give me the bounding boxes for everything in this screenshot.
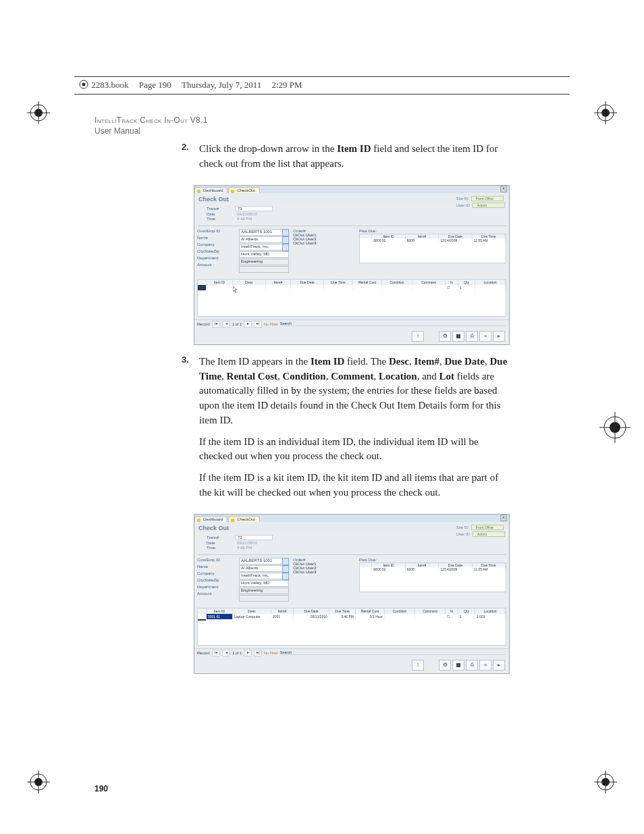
body-column: 2. Click the drop-down arrow in the Item… xyxy=(199,142,583,673)
cust-emp-id-field[interactable]: AALBERTS 1001 xyxy=(239,229,289,236)
chevron-down-icon[interactable] xyxy=(282,244,289,251)
nav-prev-button[interactable]: ◂ xyxy=(222,650,230,656)
checkout-grid[interactable]: Item ID Desc Item# Due Date Due Time Ren… xyxy=(197,279,506,317)
time-field: 4:46 PM xyxy=(235,546,271,550)
site-user-block: Site IDFront Office User IDAdmin xyxy=(456,525,505,538)
print-button[interactable]: ⎙ xyxy=(466,331,478,342)
search-field[interactable]: Search xyxy=(280,650,506,655)
account-field xyxy=(239,266,289,273)
cursor-icon xyxy=(233,286,238,293)
nav-first-button[interactable]: |◂ xyxy=(212,650,220,656)
page-number: 190 xyxy=(95,784,108,793)
step-number: 3. xyxy=(182,355,196,365)
date-field: 03/21/2010 xyxy=(235,212,271,216)
no-filter-label: No Filter xyxy=(264,322,278,326)
account-field xyxy=(239,595,289,602)
pdf-date: Thursday, July 7, 2011 xyxy=(182,80,261,90)
chevron-down-icon[interactable] xyxy=(282,229,289,236)
past-due-panel: Past Due: Item ID Item# Due Date Due Tim… xyxy=(359,558,506,602)
time-field: 4:43 PM xyxy=(235,217,271,221)
past-due-grid[interactable]: Item ID Item# Due Date Due Time 6800 02 … xyxy=(359,234,506,263)
department-field: Engineering xyxy=(239,588,289,594)
screenshot-2: Dashboard CheckOut × Check Out Site IDFr… xyxy=(194,514,583,674)
table-row[interactable]: 5001 01 Laptop Computer 2001 03/21/2010 … xyxy=(198,614,506,619)
orders-list[interactable]: Order# CkOut User1 CkOut User2 CkOut Use… xyxy=(293,558,355,602)
tab-checkout[interactable]: CheckOut xyxy=(228,516,260,522)
nav-last-button[interactable]: ▸| xyxy=(254,321,262,328)
settings-button[interactable]: ⚙ xyxy=(439,331,451,342)
product-title: IntelliTrack Check In-Out V8.1 xyxy=(95,115,208,125)
chevron-down-icon[interactable] xyxy=(282,236,289,244)
chevron-down-icon[interactable] xyxy=(282,573,289,580)
pdf-time: 2:29 PM xyxy=(271,80,302,90)
chevron-down-icon[interactable] xyxy=(282,565,289,573)
nav-next-button[interactable]: ▸ xyxy=(244,650,252,656)
record-navigator[interactable]: Record: |◂ ◂ 1 of 1 ▸ ▸| No Filter Searc… xyxy=(194,319,509,328)
past-due-grid[interactable]: Item ID Item# Due Date Due Time 6800 02 … xyxy=(359,563,506,592)
step-number: 2. xyxy=(182,142,196,152)
alert-button[interactable]: ! xyxy=(412,331,424,342)
print-button[interactable]: ⎙ xyxy=(466,660,478,671)
process-button[interactable]: ▸ xyxy=(493,331,505,342)
svg-point-21 xyxy=(82,83,86,86)
user-id-field[interactable]: Admin xyxy=(473,531,505,537)
manual-page: 2283.book Page 190 Thursday, July 7, 201… xyxy=(0,0,644,834)
name-field[interactable]: Al Alberts xyxy=(239,236,289,243)
chevron-down-icon[interactable] xyxy=(282,558,289,565)
checkout-grid[interactable]: Item ID Desc Item# Due Date Due Time Ren… xyxy=(197,608,506,646)
user-id-field[interactable]: Admin xyxy=(473,203,505,208)
company-field[interactable]: IntelliTrack, Inc. xyxy=(239,573,289,579)
close-icon[interactable]: × xyxy=(500,515,507,521)
past-due-panel: Past Due: Item ID Item# Due Date Due Tim… xyxy=(359,229,506,273)
orders-list[interactable]: Order# CkOut User1 CkOut User2 CkOut Use… xyxy=(293,229,355,273)
tab-dashboard[interactable]: Dashboard xyxy=(194,516,227,522)
search-field[interactable]: Search xyxy=(280,321,506,326)
screenshot-1: Dashboard CheckOut × Check Out Site IDFr… xyxy=(194,185,583,345)
process-button[interactable]: ▸ xyxy=(493,660,505,671)
close-icon[interactable]: × xyxy=(500,186,507,192)
settings-button[interactable]: ⚙ xyxy=(439,660,451,671)
name-field[interactable]: Al Alberts xyxy=(239,565,289,572)
date-field: 03/21/2010 xyxy=(235,541,271,545)
stop-button[interactable] xyxy=(452,331,464,342)
site-user-block: Site IDFront Office User IDAdmin xyxy=(456,196,505,209)
department-field: Engineering xyxy=(239,259,289,265)
pdf-header-bar: 2283.book Page 190 Thursday, July 7, 201… xyxy=(74,76,570,95)
tab-dashboard[interactable]: Dashboard xyxy=(194,187,227,193)
nav-first-button[interactable]: |◂ xyxy=(212,321,220,328)
cust-emp-id-field[interactable]: AALBERTS 1001 xyxy=(239,558,289,565)
field-labels: Cust/Emp ID Name Company CityStateZip De… xyxy=(197,229,235,273)
nav-next-button[interactable]: ▸ xyxy=(244,321,252,328)
toolbar: ! ⚙ ⎙ × ▸ xyxy=(194,657,509,673)
nav-last-button[interactable]: ▸| xyxy=(254,650,262,656)
tab-checkout[interactable]: CheckOut xyxy=(228,187,260,193)
trans-field[interactable]: 73 xyxy=(235,535,273,540)
doc-subtitle: User Manual xyxy=(95,126,140,136)
nav-prev-button[interactable]: ◂ xyxy=(222,321,230,328)
running-head: IntelliTrack Check In-Out V8.1 User Manu… xyxy=(95,115,583,136)
company-field[interactable]: IntelliTrack, Inc. xyxy=(239,244,289,251)
city-state-zip-field: Hunt Valley, MD xyxy=(239,251,289,258)
step-text: The Item ID appears in the Item ID field… xyxy=(199,355,510,507)
pdf-file-name: 2283.book xyxy=(91,80,128,90)
trans-field[interactable]: 73 xyxy=(235,206,273,211)
step-text: Click the drop-down arrow in the Item ID… xyxy=(199,142,510,178)
delete-button[interactable]: × xyxy=(479,660,491,671)
field-labels: Cust/Emp ID Name Company CityStateZip De… xyxy=(197,558,235,602)
site-id-field[interactable]: Front Office xyxy=(471,196,504,201)
no-filter-label: No Filter xyxy=(264,651,278,655)
svg-marker-22 xyxy=(233,286,237,292)
site-id-field[interactable]: Front Office xyxy=(471,525,504,530)
stop-button[interactable] xyxy=(452,660,464,671)
alert-button[interactable]: ! xyxy=(412,660,424,671)
city-state-zip-field: Hunt Valley, MD xyxy=(239,580,289,587)
record-navigator[interactable]: Record: |◂ ◂ 1 of 1 ▸ ▸| No Filter Searc… xyxy=(194,648,509,657)
toolbar: ! ⚙ ⎙ × ▸ xyxy=(194,328,509,344)
delete-button[interactable]: × xyxy=(479,331,491,342)
pdf-page: Page 190 xyxy=(139,80,171,90)
